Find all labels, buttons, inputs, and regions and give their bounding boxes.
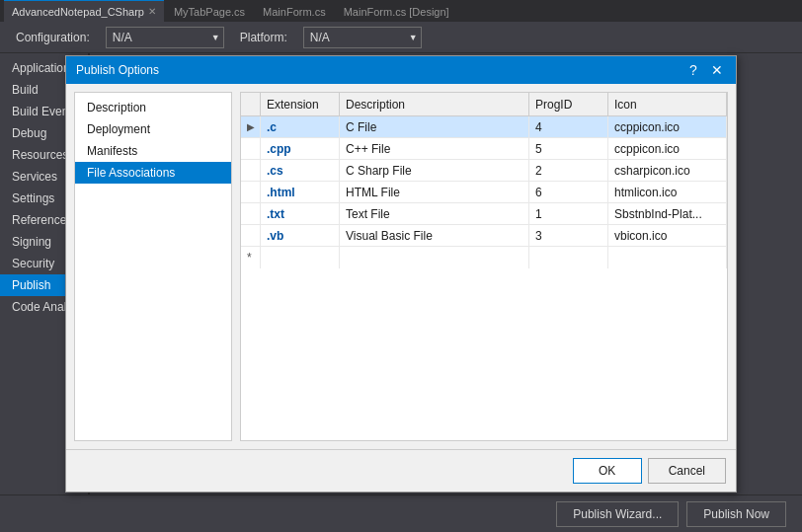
td-extension: .vb <box>261 225 340 246</box>
td-icon: ccppicon.ico <box>608 138 727 159</box>
close-tab-icon[interactable]: ✕ <box>148 6 156 17</box>
ok-button[interactable]: OK <box>573 458 642 484</box>
td-extension: .c <box>261 116 340 137</box>
table-row[interactable]: .cs C Sharp File 2 csharpicon.ico <box>241 160 727 182</box>
publish-options-dialog: Publish Options ? ✕ Description Deployme… <box>65 55 737 493</box>
table-row[interactable]: .html HTML File 6 htmlicon.ico <box>241 182 727 203</box>
table-body: ▶ .c C File 4 ccppicon.ico <box>241 116 727 440</box>
tab-advanced-notepad[interactable]: AdvancedNotepad_CSharp ✕ <box>4 0 164 22</box>
dialog-titlebar-actions: ? ✕ <box>684 61 726 79</box>
dialog-help-button[interactable]: ? <box>684 61 702 79</box>
th-description: Description <box>340 93 529 115</box>
td-extension: .txt <box>261 203 340 224</box>
table-row[interactable]: .txt Text File 1 SbstnbInd-Plat... <box>241 203 727 225</box>
td-arrow: ▶ <box>241 116 261 137</box>
td-progid: 5 <box>529 138 608 159</box>
new-row-marker[interactable]: * <box>241 247 727 268</box>
td-description: C Sharp File <box>340 160 529 181</box>
dialog-titlebar: Publish Options ? ✕ <box>66 56 736 84</box>
table-row[interactable]: .cpp C++ File 5 ccppicon.ico <box>241 138 727 160</box>
tab-label: AdvancedNotepad_CSharp <box>12 6 144 18</box>
dialog-nav-description[interactable]: Description <box>75 97 231 118</box>
td-extension: .html <box>261 182 340 202</box>
th-icon: Icon <box>608 93 727 115</box>
configuration-dropdown-wrap: N/A ▼ <box>106 27 224 48</box>
th-arrow <box>241 93 261 115</box>
td-progid: 1 <box>529 203 608 224</box>
publish-now-button[interactable]: Publish Now <box>686 501 786 527</box>
td-arrow <box>241 203 261 224</box>
td-progid: 3 <box>529 225 608 246</box>
file-associations-table: Extension Description ProgID Icon <box>240 92 728 441</box>
td-new-row-desc <box>340 247 529 268</box>
td-extension: .cpp <box>261 138 340 159</box>
td-description: C++ File <box>340 138 529 159</box>
tab-label: MainForm.cs <box>263 6 326 18</box>
configuration-label: Configuration: <box>16 31 90 44</box>
td-progid: 6 <box>529 182 608 202</box>
td-new-row-icon <box>608 247 727 268</box>
dialog-title: Publish Options <box>76 63 159 77</box>
td-new-row-progid <box>529 247 608 268</box>
td-new-row-star: * <box>241 247 261 268</box>
td-description: HTML File <box>340 182 529 202</box>
platform-dropdown-wrap: N/A ▼ <box>303 27 422 48</box>
tab-label: MyTabPage.cs <box>174 6 245 18</box>
config-bar: Configuration: N/A ▼ Platform: N/A ▼ <box>0 22 802 53</box>
td-icon: ccppicon.ico <box>608 116 727 137</box>
td-extension: .cs <box>261 160 340 181</box>
td-icon: csharpicon.ico <box>608 160 727 181</box>
td-arrow <box>241 182 261 202</box>
dialog-nav: Description Deployment Manifests File As… <box>74 92 232 441</box>
td-arrow <box>241 225 261 246</box>
content-area: Application Build Build Events Debug Res… <box>0 53 802 494</box>
th-progid: ProgID <box>529 93 608 115</box>
dialog-body: Description Deployment Manifests File As… <box>66 84 736 449</box>
dialog-right-content: Extension Description ProgID Icon <box>240 92 728 441</box>
tab-label: MainForm.cs [Design] <box>344 6 449 18</box>
tab-mainform[interactable]: MainForm.cs <box>255 0 334 22</box>
td-arrow <box>241 160 261 181</box>
td-icon: vbicon.ico <box>608 225 727 246</box>
td-description: Text File <box>340 203 529 224</box>
dialog-nav-manifests[interactable]: Manifests <box>75 140 231 162</box>
bottom-bar: Publish Wizard... Publish Now <box>0 494 802 532</box>
title-bar: AdvancedNotepad_CSharp ✕ MyTabPage.cs Ma… <box>0 0 802 22</box>
table-header: Extension Description ProgID Icon <box>241 93 727 116</box>
cancel-button[interactable]: Cancel <box>648 458 726 484</box>
row-select-arrow-icon: ▶ <box>247 121 255 132</box>
td-arrow <box>241 138 261 159</box>
configuration-dropdown[interactable]: N/A <box>106 27 224 48</box>
platform-label: Platform: <box>240 31 287 44</box>
platform-dropdown[interactable]: N/A <box>303 27 422 48</box>
dialog-nav-file-associations[interactable]: File Associations <box>75 162 231 184</box>
ide-main: Configuration: N/A ▼ Platform: N/A ▼ App… <box>0 22 802 532</box>
th-extension: Extension <box>261 93 340 115</box>
td-icon: htmlicon.ico <box>608 182 727 202</box>
tab-mainform-design[interactable]: MainForm.cs [Design] <box>336 0 457 22</box>
td-new-row-ext <box>261 247 340 268</box>
td-progid: 4 <box>529 116 608 137</box>
td-description: Visual Basic File <box>340 225 529 246</box>
table-row[interactable]: .vb Visual Basic File 3 vbicon.ico <box>241 225 727 247</box>
table-row[interactable]: ▶ .c C File 4 ccppicon.ico <box>241 116 727 138</box>
td-icon: SbstnbInd-Plat... <box>608 203 727 224</box>
publish-wizard-button[interactable]: Publish Wizard... <box>556 501 679 527</box>
td-description: C File <box>340 116 529 137</box>
dialog-nav-deployment[interactable]: Deployment <box>75 118 231 140</box>
dialog-footer: OK Cancel <box>66 449 736 492</box>
dialog-overlay: Publish Options ? ✕ Description Deployme… <box>0 53 802 494</box>
tab-mytabpage[interactable]: MyTabPage.cs <box>166 0 253 22</box>
td-progid: 2 <box>529 160 608 181</box>
dialog-close-button[interactable]: ✕ <box>708 61 726 79</box>
